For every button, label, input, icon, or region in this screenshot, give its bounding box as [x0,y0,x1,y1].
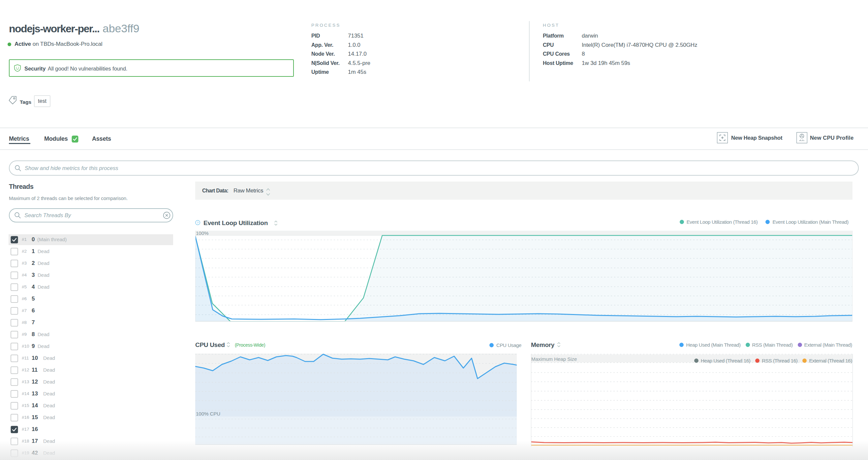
svg-text:Maximum Heap Size: Maximum Heap Size [531,356,577,362]
svg-text:?: ? [197,221,198,224]
svg-text:100%: 100% [196,231,209,236]
svg-text:100% CPU: 100% CPU [196,411,220,417]
